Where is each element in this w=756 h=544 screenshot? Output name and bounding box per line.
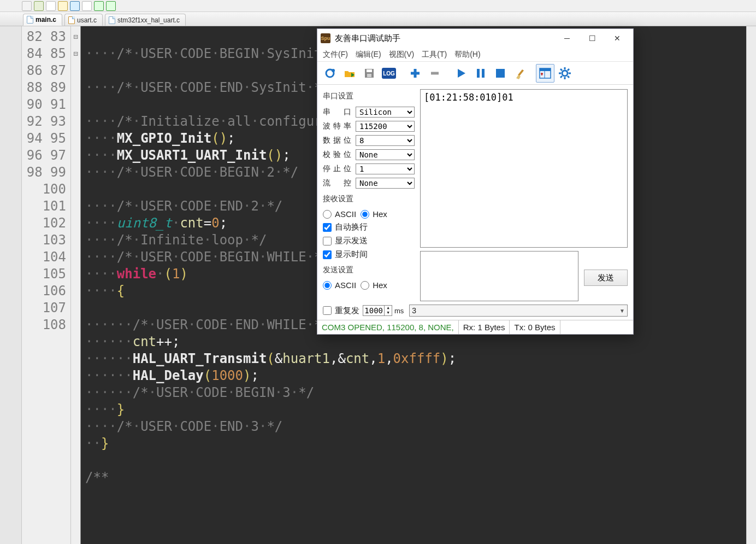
serial-tool-window: Spu 友善串口调试助手 ─ ☐ ✕ 文件(F)编辑(E)视图(V)工具(T)帮…	[317, 28, 634, 335]
stop-icon[interactable]	[491, 64, 510, 83]
panel-toggle-icon[interactable]	[536, 64, 554, 83]
titlebar[interactable]: Spu 友善串口调试助手 ─ ☐ ✕	[317, 29, 633, 48]
log-icon[interactable]: LOG	[380, 64, 398, 83]
menu-item[interactable]: 文件(F)	[323, 50, 348, 60]
svg-line-21	[568, 69, 569, 71]
save-icon[interactable]	[360, 64, 379, 83]
interval-spinner[interactable]: ▲▼	[363, 305, 392, 316]
toolbar-icon[interactable]	[70, 1, 80, 11]
settings-icon[interactable]	[556, 64, 574, 83]
toolbar-icon[interactable]	[46, 1, 56, 11]
menu-item[interactable]: 帮助(H)	[454, 50, 480, 60]
recv-hex-radio[interactable]	[361, 210, 369, 219]
flow-select[interactable]: None	[356, 178, 415, 189]
bookmark-margin[interactable]	[0, 26, 22, 544]
clear-icon[interactable]	[511, 64, 529, 83]
wrap-label: 自动换行	[335, 222, 368, 232]
window-title: 友善串口调试助手	[335, 33, 554, 44]
tab-label: usart.c	[77, 16, 97, 24]
vertical-scrollbar[interactable]	[746, 26, 756, 544]
baud-label: 波特率	[323, 121, 351, 131]
repeat-label: 重复发	[335, 306, 359, 316]
status-port: COM3 OPENED, 115200, 8, NONE,	[317, 320, 459, 334]
history-combo[interactable]: 3 ▼	[409, 305, 628, 317]
app-icon: Spu	[321, 33, 330, 43]
send-hex-label: Hex	[373, 280, 387, 290]
toolbar-icon[interactable]	[82, 1, 92, 11]
send-settings-title: 发送设置	[323, 265, 415, 275]
svg-line-20	[560, 76, 562, 78]
svg-line-19	[568, 76, 569, 78]
receive-textbox[interactable]: [01:21:58:010]01	[420, 89, 628, 248]
editor-tabs: main.cusart.cstm32f1xx_hal_uart.c	[0, 12, 756, 26]
pause-icon[interactable]	[471, 64, 490, 83]
toolbar-icon[interactable]	[58, 1, 68, 11]
open-folder-icon[interactable]	[340, 64, 359, 83]
svg-rect-11	[540, 68, 551, 71]
send-ascii-radio[interactable]	[323, 281, 332, 290]
databits-select[interactable]: 8	[356, 135, 415, 146]
serial-toolbar: LOG	[317, 62, 633, 85]
chevron-down-icon: ▼	[619, 308, 625, 314]
tab-label: main.c	[36, 16, 56, 24]
maximize-button[interactable]: ☐	[580, 30, 605, 46]
file-icon	[68, 16, 75, 24]
status-tx: Tx: 0 Bytes	[510, 320, 560, 334]
menu-bar: 文件(F)编辑(E)视图(V)工具(T)帮助(H)	[317, 48, 633, 62]
history-value: 3	[412, 306, 416, 315]
svg-point-1	[332, 69, 335, 72]
recv-ascii-label: ASCII	[335, 209, 356, 219]
show-send-checkbox[interactable]	[323, 237, 332, 245]
file-icon	[109, 16, 115, 24]
parity-select[interactable]: None	[356, 149, 415, 160]
file-tab[interactable]: usart.c	[64, 14, 103, 26]
recv-hex-label: Hex	[373, 209, 387, 219]
menu-item[interactable]: 编辑(E)	[356, 50, 381, 60]
svg-point-13	[562, 71, 568, 76]
show-time-label: 显示时间	[335, 249, 368, 260]
svg-rect-4	[367, 74, 371, 77]
show-time-checkbox[interactable]	[323, 250, 332, 259]
stop-select[interactable]: 1	[356, 163, 415, 174]
receive-text: [01:21:58:010]01	[424, 92, 513, 103]
editor-toolbar	[0, 0, 756, 12]
toolbar-icon[interactable]	[22, 1, 32, 11]
flow-label: 流 控	[323, 178, 351, 188]
show-send-label: 显示发送	[335, 236, 368, 246]
status-rx: Rx: 1 Bytes	[459, 320, 510, 334]
recv-settings-title: 接收设置	[323, 194, 415, 204]
minus-icon[interactable]	[426, 64, 444, 83]
send-textbox[interactable]	[420, 251, 578, 301]
play-icon[interactable]	[452, 64, 470, 83]
fold-column[interactable]: ⊟ ⊟	[71, 26, 81, 544]
toolbar-icon[interactable]	[106, 1, 116, 11]
menu-item[interactable]: 视图(V)	[389, 50, 415, 60]
file-tab[interactable]: main.c	[23, 14, 62, 26]
svg-rect-7	[477, 69, 480, 78]
port-label: 串 口	[323, 107, 351, 117]
file-tab[interactable]: stm32f1xx_hal_uart.c	[105, 14, 186, 26]
svg-text:LOG: LOG	[383, 71, 395, 77]
toolbar-icon[interactable]	[34, 1, 44, 11]
recv-ascii-radio[interactable]	[323, 210, 332, 219]
repeat-checkbox[interactable]	[323, 306, 332, 315]
svg-rect-9	[496, 69, 505, 78]
svg-line-18	[560, 69, 562, 71]
menu-item[interactable]: 工具(T)	[422, 50, 447, 60]
plus-icon[interactable]	[406, 64, 424, 83]
svg-rect-3	[367, 69, 372, 72]
stop-label: 停止位	[323, 164, 351, 174]
serial-settings-title: 串口设置	[323, 91, 415, 101]
interval-unit: ms	[394, 307, 404, 315]
minimize-button[interactable]: ─	[554, 30, 580, 46]
interval-input[interactable]	[363, 306, 384, 315]
wrap-checkbox[interactable]	[323, 223, 332, 232]
toolbar-icon[interactable]	[94, 1, 104, 11]
send-button[interactable]: 发送	[584, 270, 628, 286]
send-hex-radio[interactable]	[361, 281, 369, 290]
line-number-gutter[interactable]: 82 83 84 85 86 87 88 89 90 91 92 93 94 9…	[22, 26, 71, 544]
close-button[interactable]: ✕	[605, 30, 630, 46]
refresh-icon[interactable]	[321, 64, 339, 83]
port-select[interactable]: Silicon	[356, 107, 415, 118]
baud-select[interactable]: 115200	[356, 121, 415, 132]
